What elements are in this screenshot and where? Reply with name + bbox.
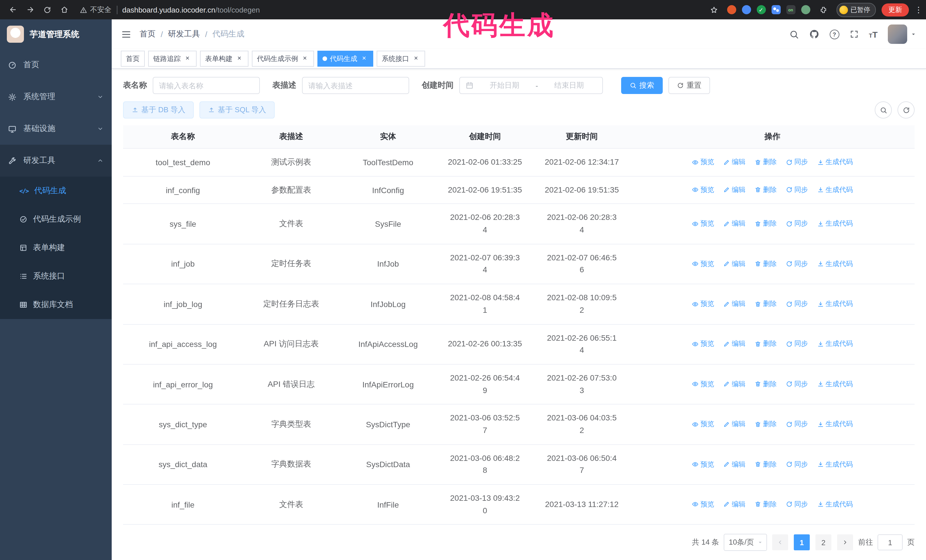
- preview-link[interactable]: 预览: [692, 219, 714, 229]
- close-icon[interactable]: ×: [360, 55, 368, 63]
- extension-icon-leaf[interactable]: [801, 5, 810, 14]
- delete-link[interactable]: 删除: [755, 419, 777, 429]
- header-search-button[interactable]: [789, 29, 799, 39]
- sidebar-item-codegen-example[interactable]: 代码生成示例: [0, 205, 112, 234]
- extension-icon-check[interactable]: ✓: [757, 5, 766, 14]
- tab-tracing[interactable]: 链路追踪×: [148, 51, 197, 66]
- sidebar-item-system-api[interactable]: 系统接口: [0, 262, 112, 291]
- sync-link[interactable]: 同步: [786, 419, 808, 429]
- goto-page-input[interactable]: [878, 535, 903, 551]
- generate-code-link[interactable]: 生成代码: [817, 459, 853, 469]
- edit-link[interactable]: 编辑: [723, 299, 745, 309]
- delete-link[interactable]: 删除: [755, 500, 777, 509]
- fullscreen-button[interactable]: [849, 30, 858, 39]
- generate-code-link[interactable]: 生成代码: [817, 339, 853, 349]
- table-desc-input[interactable]: [302, 77, 409, 94]
- close-icon[interactable]: ×: [235, 55, 243, 63]
- breadcrumb-home[interactable]: 首页: [139, 29, 156, 39]
- delete-link[interactable]: 删除: [755, 185, 777, 195]
- tab-system-api[interactable]: 系统接口×: [377, 51, 425, 66]
- sidebar-item-database-docs[interactable]: 数据库文档: [0, 291, 112, 319]
- app-logo[interactable]: 芋道管理系统: [0, 20, 112, 49]
- extension-icon-people[interactable]: [771, 5, 781, 14]
- close-icon[interactable]: ×: [412, 55, 420, 63]
- edit-link[interactable]: 编辑: [723, 157, 745, 167]
- generate-code-link[interactable]: 生成代码: [817, 379, 853, 389]
- browser-back-button[interactable]: [6, 2, 21, 17]
- delete-link[interactable]: 删除: [755, 219, 777, 229]
- reset-button[interactable]: 重置: [669, 77, 710, 94]
- create-time-range-picker[interactable]: 开始日期 - 结束日期: [459, 77, 603, 94]
- edit-link[interactable]: 编辑: [723, 500, 745, 509]
- toggle-search-button[interactable]: [875, 101, 892, 118]
- generate-code-link[interactable]: 生成代码: [817, 419, 853, 429]
- delete-link[interactable]: 删除: [755, 299, 777, 309]
- import-db-button[interactable]: 基于 DB 导入: [123, 101, 194, 118]
- browser-forward-button[interactable]: [23, 2, 38, 17]
- delete-link[interactable]: 删除: [755, 157, 777, 167]
- sync-link[interactable]: 同步: [786, 299, 808, 309]
- sidebar-item-form-builder[interactable]: 表单构建: [0, 234, 112, 262]
- sync-link[interactable]: 同步: [786, 459, 808, 469]
- sidebar-item-home[interactable]: 首页: [0, 49, 112, 81]
- sidebar-item-infrastructure[interactable]: 基础设施: [0, 113, 112, 145]
- sync-link[interactable]: 同步: [786, 379, 808, 389]
- edit-link[interactable]: 编辑: [723, 259, 745, 269]
- extension-icon-blue[interactable]: [741, 5, 751, 14]
- security-warning[interactable]: 不安全: [80, 5, 111, 15]
- page-button-1[interactable]: 1: [794, 535, 810, 551]
- browser-reload-button[interactable]: [40, 2, 55, 17]
- edit-link[interactable]: 编辑: [723, 379, 745, 389]
- sync-link[interactable]: 同步: [786, 259, 808, 269]
- preview-link[interactable]: 预览: [692, 419, 714, 429]
- sidebar-item-system-management[interactable]: 系统管理: [0, 81, 112, 113]
- generate-code-link[interactable]: 生成代码: [817, 185, 853, 195]
- sidebar-collapse-button[interactable]: [121, 29, 132, 39]
- sidebar-item-codegen[interactable]: </> 代码生成: [0, 177, 112, 205]
- extension-icon-orange[interactable]: [727, 5, 736, 14]
- edit-link[interactable]: 编辑: [723, 339, 745, 349]
- tab-home[interactable]: 首页: [121, 51, 145, 66]
- breadcrumb-dev-tools[interactable]: 研发工具: [168, 29, 200, 39]
- generate-code-link[interactable]: 生成代码: [817, 259, 853, 269]
- browser-home-button[interactable]: [57, 2, 72, 17]
- tab-form-builder[interactable]: 表单构建×: [200, 51, 248, 66]
- edit-link[interactable]: 编辑: [723, 185, 745, 195]
- preview-link[interactable]: 预览: [692, 339, 714, 349]
- tab-codegen-example[interactable]: 代码生成示例×: [252, 51, 314, 66]
- github-link-button[interactable]: [809, 29, 819, 39]
- preview-link[interactable]: 预览: [692, 459, 714, 469]
- table-name-input[interactable]: [153, 77, 260, 94]
- browser-address-bar[interactable]: 不安全 dashboard.yudao.iocoder.cn/tool/code…: [80, 5, 704, 15]
- generate-code-link[interactable]: 生成代码: [817, 157, 853, 167]
- extension-icon-on[interactable]: on: [786, 5, 795, 14]
- generate-code-link[interactable]: 生成代码: [817, 299, 853, 309]
- delete-link[interactable]: 删除: [755, 379, 777, 389]
- sidebar-item-dev-tools[interactable]: 研发工具: [0, 145, 112, 177]
- user-menu[interactable]: [888, 24, 917, 44]
- font-size-button[interactable]: TT: [869, 30, 878, 38]
- edit-link[interactable]: 编辑: [723, 419, 745, 429]
- preview-link[interactable]: 预览: [692, 157, 714, 167]
- search-button[interactable]: 搜索: [621, 77, 663, 94]
- preview-link[interactable]: 预览: [692, 185, 714, 195]
- close-icon[interactable]: ×: [301, 55, 309, 63]
- sync-link[interactable]: 同步: [786, 219, 808, 229]
- page-size-select[interactable]: 10条/页: [724, 534, 767, 551]
- edit-link[interactable]: 编辑: [723, 219, 745, 229]
- sync-link[interactable]: 同步: [786, 185, 808, 195]
- preview-link[interactable]: 预览: [692, 500, 714, 509]
- edit-link[interactable]: 编辑: [723, 459, 745, 469]
- sync-link[interactable]: 同步: [786, 339, 808, 349]
- profile-paused-badge[interactable]: 已暂停: [836, 3, 876, 17]
- browser-menu-kebab[interactable]: ⋮: [915, 5, 920, 14]
- import-sql-button[interactable]: 基于 SQL 导入: [200, 101, 275, 118]
- preview-link[interactable]: 预览: [692, 299, 714, 309]
- next-page-button[interactable]: [837, 535, 853, 551]
- tab-codegen-active[interactable]: 代码生成×: [318, 51, 373, 66]
- preview-link[interactable]: 预览: [692, 259, 714, 269]
- browser-update-button[interactable]: 更新: [882, 3, 909, 16]
- sync-link[interactable]: 同步: [786, 157, 808, 167]
- extensions-puzzle-button[interactable]: [816, 2, 831, 17]
- preview-link[interactable]: 预览: [692, 379, 714, 389]
